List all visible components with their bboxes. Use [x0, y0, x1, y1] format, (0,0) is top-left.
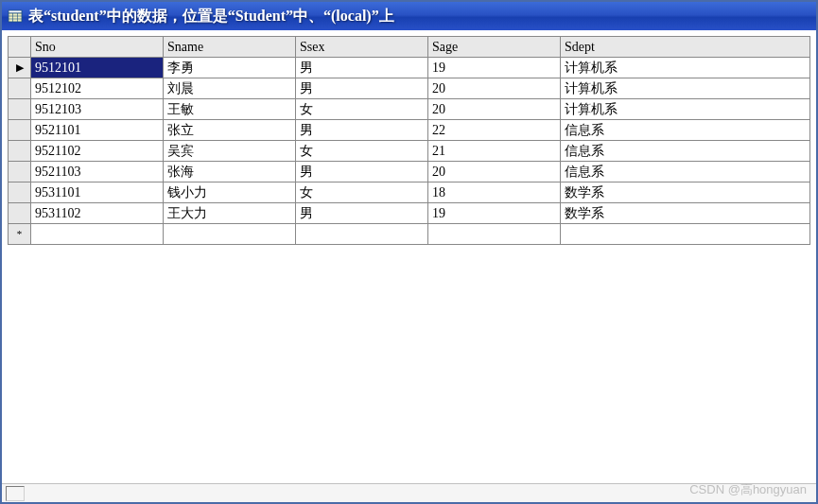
row-selector[interactable] [9, 182, 31, 203]
row-selector[interactable] [9, 120, 31, 141]
grid-cell[interactable]: 20 [428, 99, 561, 120]
grid-content-area: Sno Sname Ssex Sage Sdept ▶9512101李勇男19计… [2, 30, 816, 483]
statusbar [2, 483, 816, 502]
grid-cell[interactable]: 9512102 [31, 78, 164, 99]
row-selector[interactable]: * [9, 224, 31, 245]
grid-cell[interactable]: 数学系 [561, 203, 810, 224]
row-selector[interactable] [9, 99, 31, 120]
row-selector[interactable]: ▶ [9, 58, 31, 78]
grid-cell[interactable]: 计算机系 [561, 78, 810, 99]
grid-cell[interactable]: 男 [296, 120, 428, 141]
grid-cell[interactable]: 19 [428, 203, 561, 224]
new-row[interactable]: * [9, 224, 810, 245]
table-icon [8, 9, 23, 24]
grid-cell[interactable]: 9531101 [31, 182, 164, 203]
grid-cell[interactable]: 22 [428, 120, 561, 141]
status-cell [6, 486, 25, 501]
grid-body: ▶9512101李勇男19计算机系9512102刘晨男20计算机系9512103… [9, 58, 810, 245]
grid-cell[interactable]: 信息系 [561, 162, 810, 182]
grid-cell[interactable]: 19 [428, 58, 561, 78]
grid-cell[interactable]: 20 [428, 78, 561, 99]
grid-header-row: Sno Sname Ssex Sage Sdept [9, 37, 810, 58]
grid-cell[interactable]: 男 [296, 203, 428, 224]
row-selector[interactable] [9, 162, 31, 182]
grid-cell[interactable]: 张立 [164, 120, 296, 141]
select-all-corner[interactable] [9, 37, 31, 58]
titlebar[interactable]: 表“student”中的数据，位置是“Student”中、“(local)”上 [2, 2, 816, 30]
row-selector[interactable] [9, 203, 31, 224]
window-title: 表“student”中的数据，位置是“Student”中、“(local)”上 [28, 7, 394, 26]
table-row[interactable]: 9521102吴宾女21信息系 [9, 141, 810, 162]
db-grid-window: 表“student”中的数据，位置是“Student”中、“(local)”上 … [0, 0, 818, 504]
new-row-indicator-icon: * [17, 228, 23, 239]
grid-cell[interactable]: 9521101 [31, 120, 164, 141]
grid-cell[interactable]: 男 [296, 162, 428, 182]
svg-rect-0 [9, 10, 22, 13]
grid-cell-empty[interactable] [164, 224, 296, 245]
grid-cell[interactable]: 钱小力 [164, 182, 296, 203]
grid-cell[interactable]: 9531102 [31, 203, 164, 224]
row-indicator-icon: ▶ [16, 61, 24, 73]
grid-cell[interactable]: 21 [428, 141, 561, 162]
grid-cell[interactable]: 王敏 [164, 99, 296, 120]
table-row[interactable]: 9531101钱小力女18数学系 [9, 182, 810, 203]
svg-rect-1 [9, 13, 22, 22]
grid-cell[interactable]: 数学系 [561, 182, 810, 203]
table-row[interactable]: 9512103王敏女20计算机系 [9, 99, 810, 120]
grid-cell[interactable]: 刘晨 [164, 78, 296, 99]
grid-cell[interactable]: 信息系 [561, 120, 810, 141]
table-row[interactable]: 9512102刘晨男20计算机系 [9, 78, 810, 99]
grid-cell[interactable]: 9521103 [31, 162, 164, 182]
data-grid[interactable]: Sno Sname Ssex Sage Sdept ▶9512101李勇男19计… [8, 36, 810, 245]
grid-cell[interactable]: 男 [296, 78, 428, 99]
grid-cell[interactable]: 20 [428, 162, 561, 182]
column-header-sno[interactable]: Sno [31, 37, 164, 58]
grid-cell[interactable]: 女 [296, 141, 428, 162]
grid-cell[interactable]: 男 [296, 58, 428, 78]
grid-cell[interactable]: 李勇 [164, 58, 296, 78]
grid-cell[interactable]: 王大力 [164, 203, 296, 224]
grid-cell-empty[interactable] [428, 224, 561, 245]
column-header-ssex[interactable]: Ssex [296, 37, 428, 58]
grid-cell[interactable]: 张海 [164, 162, 296, 182]
column-header-sdept[interactable]: Sdept [561, 37, 810, 58]
row-selector[interactable] [9, 141, 31, 162]
table-row[interactable]: 9531102王大力男19数学系 [9, 203, 810, 224]
grid-cell[interactable]: 信息系 [561, 141, 810, 162]
grid-cell-empty[interactable] [561, 224, 810, 245]
table-row[interactable]: 9521101张立男22信息系 [9, 120, 810, 141]
column-header-sage[interactable]: Sage [428, 37, 561, 58]
grid-cell-empty[interactable] [296, 224, 428, 245]
grid-cell[interactable]: 18 [428, 182, 561, 203]
grid-cell[interactable]: 女 [296, 99, 428, 120]
grid-cell[interactable]: 计算机系 [561, 99, 810, 120]
grid-cell[interactable]: 计算机系 [561, 58, 810, 78]
grid-cell[interactable]: 9512103 [31, 99, 164, 120]
grid-cell-empty[interactable] [31, 224, 164, 245]
row-selector[interactable] [9, 78, 31, 99]
grid-cell[interactable]: 9521102 [31, 141, 164, 162]
table-row[interactable]: ▶9512101李勇男19计算机系 [9, 58, 810, 78]
grid-cell[interactable]: 吴宾 [164, 141, 296, 162]
grid-cell[interactable]: 女 [296, 182, 428, 203]
grid-cell[interactable]: 9512101 [31, 58, 164, 78]
table-row[interactable]: 9521103张海男20信息系 [9, 162, 810, 182]
column-header-sname[interactable]: Sname [164, 37, 296, 58]
